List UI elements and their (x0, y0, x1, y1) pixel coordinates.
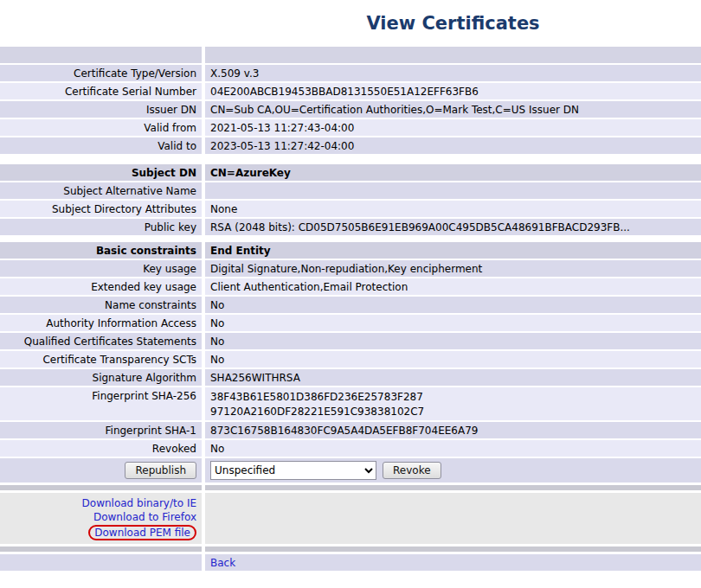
field-label: Public key (0, 219, 202, 235)
table-row: Certificate Type/Version X.509 v.3 (0, 65, 701, 81)
footer-row: Back (0, 554, 701, 571)
table-header-band (0, 47, 701, 63)
field-value: SHA256WITHRSA (205, 369, 701, 386)
field-value: No (205, 297, 701, 313)
separator-bar (0, 485, 701, 490)
field-label: Subject Alternative Name (0, 182, 202, 199)
table-row: Extended key usage Client Authentication… (0, 278, 701, 295)
field-label: Extended key usage (0, 278, 202, 295)
download-pem-link[interactable]: Download PEM file (94, 527, 190, 539)
table-row: Name constraints No (0, 297, 701, 313)
separator-bar (0, 546, 701, 552)
field-value: 04E200ABCB19453BBAD8131550E51A12EFF63FB6 (205, 83, 701, 99)
section-header-basic-constraints: Basic constraints End Entity (0, 242, 701, 259)
field-value: 2023-05-13 11:27:42-04:00 (205, 137, 701, 154)
field-label: Fingerprint SHA-1 (0, 422, 202, 438)
table-row: Valid to 2023-05-13 11:27:42-04:00 (0, 137, 701, 154)
field-label: Key usage (0, 260, 202, 277)
field-label: Valid from (0, 119, 202, 136)
field-label: Certificate Serial Number (0, 83, 202, 99)
title-bar: View Certificates (0, 0, 701, 47)
field-label: Authority Information Access (0, 315, 202, 331)
download-section-empty-cell (205, 493, 701, 544)
table-row: Authority Information Access No (0, 315, 701, 331)
field-label: Signature Algorithm (0, 369, 202, 386)
field-label (0, 47, 202, 63)
field-label: Issuer DN (0, 101, 202, 118)
download-section: Download binary/to IE Download to Firefo… (0, 493, 701, 544)
section-header-subject-dn: Subject DN CN=AzureKey (0, 164, 701, 181)
field-label: Subject DN (0, 164, 202, 181)
table-row: Valid from 2021-05-13 11:27:43-04:00 (0, 119, 701, 136)
revocation-reason-select[interactable]: Unspecified (210, 461, 376, 480)
field-value: RSA (2048 bits): CD05D7505B6E91EB969A00C… (205, 219, 701, 235)
field-value: No (205, 315, 701, 331)
field-label: Certificate Transparency SCTs (0, 351, 202, 368)
field-value: No (205, 351, 701, 368)
field-value: Digital Signature,Non-repudiation,Key en… (205, 260, 701, 277)
field-label: Fingerprint SHA-256 (0, 387, 202, 420)
download-firefox-link[interactable]: Download to Firefox (93, 510, 196, 524)
field-value: End Entity (205, 242, 701, 259)
field-label: Name constraints (0, 297, 202, 313)
table-row: Subject Directory Attributes None (0, 201, 701, 217)
download-binary-ie-link[interactable]: Download binary/to IE (82, 496, 196, 510)
field-value: Client Authentication,Email Protection (205, 278, 701, 295)
actions-row: Republish Unspecified Revoke (0, 458, 701, 483)
table-row: Certificate Serial Number 04E200ABCB1945… (0, 83, 701, 99)
table-row: Signature Algorithm SHA256WITHRSA (0, 369, 701, 386)
field-label: Revoked (0, 440, 202, 457)
field-value: 873C16758B164830FC9A5A4DA5EFB8F704EE6A79 (205, 422, 701, 438)
field-value: CN=AzureKey (205, 164, 701, 181)
field-value: None (205, 201, 701, 217)
field-value (205, 182, 701, 199)
footer-empty-cell (0, 554, 202, 571)
fingerprint-sha256-line2: 97120A2160DF28221E591C93838102C7 (210, 405, 424, 419)
field-label: Certificate Type/Version (0, 65, 202, 81)
field-label: Valid to (0, 137, 202, 154)
table-row: Qualified Certificates Statements No (0, 333, 701, 349)
table-row: Subject Alternative Name (0, 182, 701, 199)
fingerprint-sha256-line1: 38F43B61E5801D386FD236E25783F287 (210, 390, 423, 405)
republish-button[interactable]: Republish (125, 462, 196, 479)
field-value: 2021-05-13 11:27:43-04:00 (205, 119, 701, 136)
field-value (205, 47, 701, 63)
table-row: Fingerprint SHA-1 873C16758B164830FC9A5A… (0, 422, 701, 438)
field-label: Qualified Certificates Statements (0, 333, 202, 349)
table-row: Public key RSA (2048 bits): CD05D7505B6E… (0, 219, 701, 235)
pem-highlight-annotation: Download PEM file (88, 525, 196, 540)
field-label: Basic constraints (0, 242, 202, 259)
table-row: Revoked No (0, 440, 701, 457)
table-row: Issuer DN CN=Sub CA,OU=Certification Aut… (0, 101, 701, 118)
field-value: No (205, 333, 701, 349)
field-value: No (205, 440, 701, 457)
field-value: CN=Sub CA,OU=Certification Authorities,O… (205, 101, 701, 118)
table-row: Certificate Transparency SCTs No (0, 351, 701, 368)
back-link[interactable]: Back (210, 557, 235, 569)
table-row: Key usage Digital Signature,Non-repudiat… (0, 260, 701, 277)
page-title: View Certificates (205, 13, 701, 34)
table-row: Fingerprint SHA-256 38F43B61E5801D386FD2… (0, 387, 701, 420)
field-label: Subject Directory Attributes (0, 201, 202, 217)
field-value: X.509 v.3 (205, 65, 701, 81)
revoke-button[interactable]: Revoke (383, 462, 441, 479)
